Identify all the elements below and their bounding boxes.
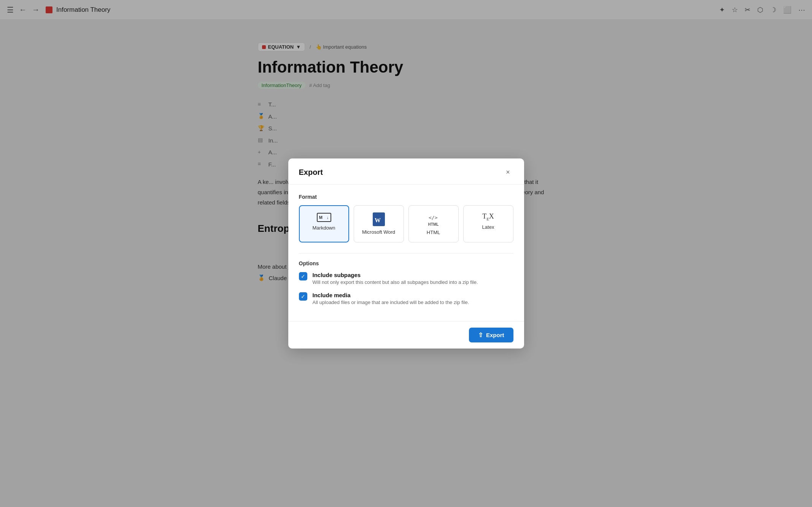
latex-label: Latex xyxy=(482,224,494,230)
format-card-latex[interactable]: TEX Latex xyxy=(463,205,513,242)
format-section-label: Format xyxy=(299,194,513,200)
modal-footer: ⇧ Export xyxy=(288,321,524,349)
subpages-option-title: Include subpages xyxy=(313,272,478,278)
latex-icon: TEX xyxy=(482,212,494,221)
options-section-label: Options xyxy=(299,260,513,266)
svg-text:W: W xyxy=(375,217,381,223)
modal-header: Export × xyxy=(288,158,524,185)
html-label: HTML xyxy=(427,230,440,235)
option-subpages-text: Include subpages Will not only export th… xyxy=(313,272,478,285)
format-card-html[interactable]: </> HTML HTML xyxy=(408,205,459,242)
checkmark-icon-2: ✓ xyxy=(301,294,305,299)
format-card-markdown[interactable]: M ↓ Markdown xyxy=(299,205,349,242)
option-include-subpages: ✓ Include subpages Will not only export … xyxy=(299,272,513,285)
modal-overlay[interactable]: Export × Format M ↓ Markdown xyxy=(0,0,812,507)
export-modal: Export × Format M ↓ Markdown xyxy=(288,158,524,349)
word-label: Microsoft Word xyxy=(362,229,395,235)
option-include-media: ✓ Include media All uploaded files or im… xyxy=(299,292,513,305)
word-icon: W xyxy=(373,212,385,226)
subpages-option-desc: Will not only export this content but al… xyxy=(313,279,478,285)
include-media-checkbox[interactable]: ✓ xyxy=(299,292,307,301)
option-media-text: Include media All uploaded files or imag… xyxy=(313,292,469,305)
media-option-title: Include media xyxy=(313,292,469,298)
format-card-word[interactable]: W Microsoft Word xyxy=(354,205,404,242)
html-icon: </> HTML xyxy=(428,212,439,227)
modal-close-button[interactable]: × xyxy=(503,167,513,177)
svg-text:</>: </> xyxy=(429,215,438,220)
include-subpages-checkbox[interactable]: ✓ xyxy=(299,272,307,280)
export-upload-icon: ⇧ xyxy=(478,331,483,339)
media-option-desc: All uploaded files or image that are inc… xyxy=(313,299,469,305)
options-section: Options ✓ Include subpages Will not only… xyxy=(299,253,513,305)
export-button-label: Export xyxy=(486,332,504,338)
checkmark-icon: ✓ xyxy=(301,274,305,279)
modal-title: Export xyxy=(299,168,323,177)
markdown-label: Markdown xyxy=(313,225,335,231)
modal-body: Format M ↓ Markdown W xyxy=(288,185,524,321)
markdown-icon: M ↓ xyxy=(317,213,331,222)
export-button[interactable]: ⇧ Export xyxy=(469,328,513,342)
format-grid: M ↓ Markdown W Microsoft Word xyxy=(299,205,513,242)
